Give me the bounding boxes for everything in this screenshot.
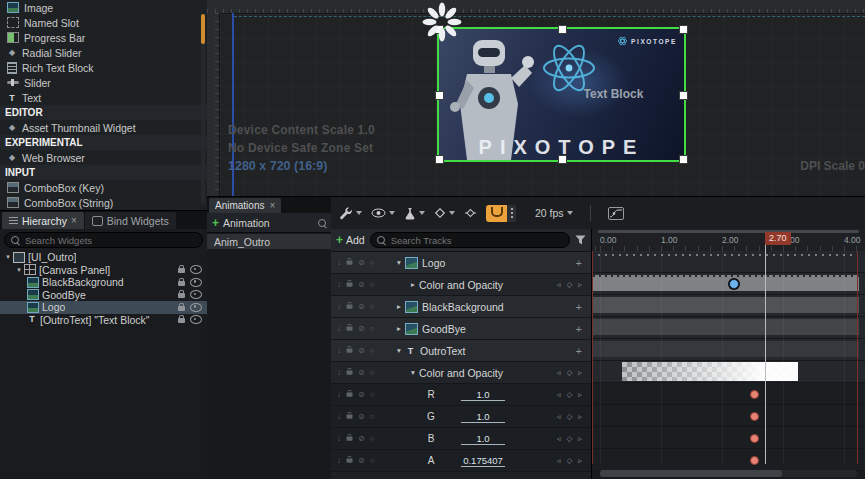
channel-value[interactable]: 1.0 bbox=[461, 411, 505, 423]
palette-item-web-browser[interactable]: ◆Web Browser bbox=[0, 150, 207, 165]
section-bar[interactable] bbox=[593, 275, 859, 291]
solo-icon[interactable]: ○ bbox=[370, 369, 375, 377]
lock-icon[interactable] bbox=[178, 318, 185, 323]
lock-icon[interactable] bbox=[347, 370, 353, 374]
timeline-row-logo[interactable] bbox=[592, 251, 865, 273]
tree-row-ui-outro[interactable]: ▾ [UI_Outro] bbox=[0, 251, 207, 264]
add-key-icon[interactable]: ◇ bbox=[566, 434, 572, 443]
pin-icon[interactable]: ↓ bbox=[337, 281, 341, 289]
track-row-logo[interactable]: ↓⊘○ ▾ Logo + bbox=[331, 252, 591, 274]
tree-row-outrotext[interactable]: T [OutroText] "Text Block" bbox=[0, 314, 207, 327]
mute-icon[interactable]: ⊘ bbox=[358, 369, 365, 377]
eye-icon[interactable] bbox=[190, 265, 202, 274]
lock-icon[interactable] bbox=[347, 392, 353, 396]
timeline-row-blackbackground[interactable] bbox=[592, 295, 865, 317]
track-label[interactable]: Color and Opacity bbox=[419, 279, 503, 291]
add-section-icon[interactable]: + bbox=[576, 345, 582, 357]
solo-icon[interactable]: ○ bbox=[370, 391, 375, 399]
eye-icon[interactable] bbox=[190, 278, 202, 287]
expander-icon[interactable]: ▾ bbox=[407, 368, 419, 377]
eye-icon[interactable] bbox=[190, 303, 202, 312]
palette-section-experimental[interactable]: EXPERIMENTAL bbox=[0, 135, 207, 150]
search-box[interactable] bbox=[370, 232, 570, 248]
lock-icon[interactable] bbox=[347, 260, 353, 264]
lock-icon[interactable] bbox=[347, 414, 353, 418]
expander-icon[interactable]: ▾ bbox=[393, 346, 405, 355]
more-options-button[interactable] bbox=[507, 205, 516, 222]
tree-row-canvas-panel[interactable]: ▾ [Canvas Panel] bbox=[0, 264, 207, 277]
palette-item-combobox-key[interactable]: ComboBox (Key) bbox=[0, 180, 207, 195]
palette-section-editor[interactable]: EDITOR bbox=[0, 105, 207, 120]
add-section-icon[interactable]: + bbox=[576, 323, 582, 335]
timeline-row-r[interactable] bbox=[592, 383, 865, 405]
expander-icon[interactable]: ▸ bbox=[393, 324, 405, 333]
playhead-marker[interactable]: 2.70 bbox=[765, 232, 791, 245]
designer-viewport[interactable]: PIXOTOPE Text Block PIXOTOPE Device Cont bbox=[207, 0, 865, 196]
timeline-row-goodbye[interactable] bbox=[592, 317, 865, 339]
tab-bind-widgets[interactable]: Bind Widgets bbox=[85, 212, 176, 229]
animation-list-item[interactable]: Anim_Outro bbox=[207, 234, 331, 249]
solo-icon[interactable]: ○ bbox=[370, 281, 375, 289]
resize-handle[interactable] bbox=[435, 155, 444, 164]
add-track-button[interactable]: + Add bbox=[336, 234, 365, 246]
track-row-goodbye[interactable]: ↓⊘○ ▸ GoodBye + bbox=[331, 318, 591, 340]
track-row-color-opacity[interactable]: ↓⊘○ ▸ Color and Opacity ◃◇▹ bbox=[331, 274, 591, 296]
channel-value[interactable]: 1.0 bbox=[461, 389, 505, 401]
timeline-row-a[interactable] bbox=[592, 449, 865, 471]
mute-icon[interactable]: ⊘ bbox=[358, 303, 365, 311]
selected-widget-bounds[interactable]: PIXOTOPE Text Block PIXOTOPE bbox=[437, 27, 686, 162]
channel-value[interactable]: 1.0 bbox=[461, 433, 505, 445]
sequence-start-marker[interactable] bbox=[592, 251, 593, 464]
section-bar[interactable] bbox=[593, 297, 859, 313]
palette-item-slider[interactable]: Slider bbox=[0, 75, 207, 90]
search-widgets-input[interactable] bbox=[23, 234, 196, 247]
lock-icon[interactable] bbox=[347, 348, 353, 352]
prev-key-icon[interactable]: ◃ bbox=[557, 280, 561, 289]
timeline-row-b[interactable] bbox=[592, 427, 865, 449]
resize-handle[interactable] bbox=[679, 91, 688, 100]
track-label[interactable]: BlackBackground bbox=[422, 301, 504, 313]
search-icon[interactable] bbox=[318, 219, 326, 227]
solo-icon[interactable]: ○ bbox=[370, 457, 375, 465]
resize-handle[interactable] bbox=[679, 25, 688, 34]
palette-item-asset-thumbnail[interactable]: ◆Asset Thumbnail Widget bbox=[0, 120, 207, 135]
mute-icon[interactable]: ⊘ bbox=[358, 325, 365, 333]
channel-row-b[interactable]: ↓⊘○ B 1.0 ◃◇▹ bbox=[331, 428, 591, 450]
add-key-icon[interactable]: ◇ bbox=[566, 412, 572, 421]
add-animation-button[interactable]: Animation bbox=[223, 217, 270, 229]
timeline-area[interactable]: 0.00 1.00 2.00 3.00 4.00 2.70 bbox=[592, 229, 865, 479]
tools-button[interactable] bbox=[339, 206, 362, 220]
track-label[interactable]: Color and Opacity bbox=[419, 367, 503, 379]
prev-key-icon[interactable]: ◃ bbox=[557, 368, 561, 377]
mute-icon[interactable]: ⊘ bbox=[358, 413, 365, 421]
lock-icon[interactable] bbox=[347, 458, 353, 462]
tree-row-goodbye[interactable]: GoodBye bbox=[0, 289, 207, 302]
auto-key-button[interactable] bbox=[486, 205, 507, 222]
fps-dropdown[interactable]: 20 fps bbox=[535, 207, 573, 219]
next-key-icon[interactable]: ▹ bbox=[578, 368, 582, 377]
add-key-icon[interactable]: ◇ bbox=[566, 456, 572, 465]
add-section-icon[interactable]: + bbox=[576, 257, 582, 269]
lock-icon[interactable] bbox=[178, 293, 185, 298]
resize-handle[interactable] bbox=[679, 155, 688, 164]
timeline-row-outrotext[interactable] bbox=[592, 339, 865, 361]
solo-icon[interactable]: ○ bbox=[370, 413, 375, 421]
add-key-icon[interactable]: ◇ bbox=[566, 280, 572, 289]
prev-key-icon[interactable]: ◃ bbox=[557, 434, 561, 443]
timeline-row-color-opacity[interactable] bbox=[592, 273, 865, 295]
add-key-icon[interactable]: ◇ bbox=[566, 368, 572, 377]
image-widget-preview[interactable]: PIXOTOPE Text Block PIXOTOPE bbox=[439, 29, 684, 160]
keyframe-red[interactable] bbox=[750, 456, 759, 465]
filter-icon[interactable] bbox=[575, 235, 586, 245]
prev-key-icon[interactable]: ◃ bbox=[557, 456, 561, 465]
lock-icon[interactable] bbox=[347, 304, 353, 308]
keyframe-red[interactable] bbox=[750, 390, 759, 399]
palette-item-named-slot[interactable]: Named Slot bbox=[0, 15, 207, 30]
add-key-icon[interactable]: ◇ bbox=[566, 390, 572, 399]
mute-icon[interactable]: ⊘ bbox=[358, 391, 365, 399]
track-label[interactable]: GoodBye bbox=[422, 323, 466, 335]
mute-icon[interactable]: ⊘ bbox=[358, 435, 365, 443]
pin-icon[interactable]: ↓ bbox=[337, 435, 341, 443]
palette-item-image[interactable]: Image bbox=[0, 0, 207, 15]
lock-icon[interactable] bbox=[178, 281, 185, 286]
